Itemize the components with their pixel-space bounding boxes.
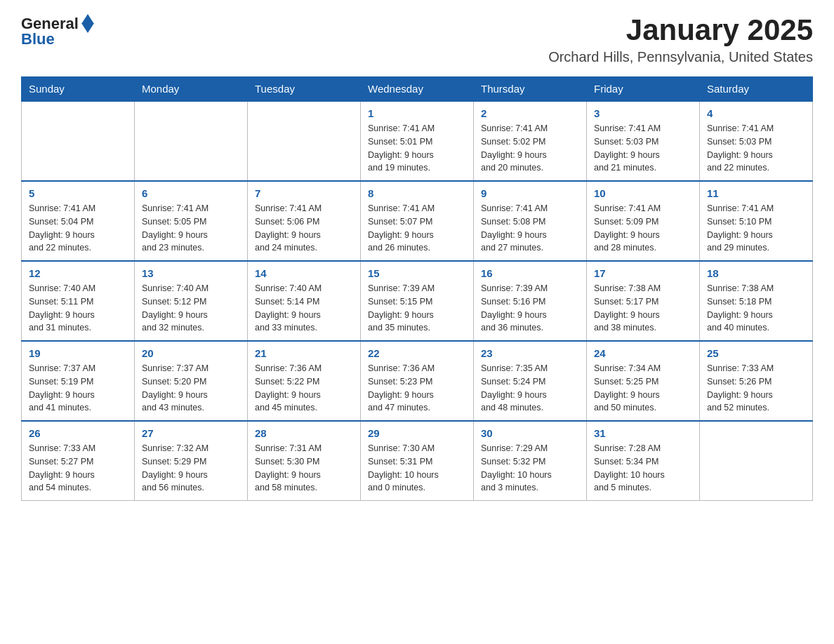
calendar-week-row: 26Sunrise: 7:33 AMSunset: 5:27 PMDayligh… xyxy=(22,421,813,501)
day-number: 15 xyxy=(368,267,466,279)
day-info: Sunrise: 7:37 AMSunset: 5:19 PMDaylight:… xyxy=(29,362,127,415)
calendar-week-row: 1Sunrise: 7:41 AMSunset: 5:01 PMDaylight… xyxy=(22,101,813,181)
day-info: Sunrise: 7:40 AMSunset: 5:12 PMDaylight:… xyxy=(142,282,240,335)
calendar-cell: 11Sunrise: 7:41 AMSunset: 5:10 PMDayligh… xyxy=(700,181,813,261)
day-number: 10 xyxy=(594,187,692,199)
calendar-cell: 22Sunrise: 7:36 AMSunset: 5:23 PMDayligh… xyxy=(361,341,474,421)
month-title: January 2025 xyxy=(548,14,813,46)
day-header-thursday: Thursday xyxy=(474,77,587,102)
logo-blue-text: Blue xyxy=(21,30,55,48)
day-info: Sunrise: 7:39 AMSunset: 5:15 PMDaylight:… xyxy=(368,282,466,335)
calendar-cell: 24Sunrise: 7:34 AMSunset: 5:25 PMDayligh… xyxy=(587,341,700,421)
calendar-cell: 4Sunrise: 7:41 AMSunset: 5:03 PMDaylight… xyxy=(700,101,813,181)
day-number: 2 xyxy=(481,107,579,119)
day-number: 18 xyxy=(707,267,805,279)
calendar-cell: 15Sunrise: 7:39 AMSunset: 5:15 PMDayligh… xyxy=(361,261,474,341)
calendar-cell: 14Sunrise: 7:40 AMSunset: 5:14 PMDayligh… xyxy=(248,261,361,341)
calendar-cell: 30Sunrise: 7:29 AMSunset: 5:32 PMDayligh… xyxy=(474,421,587,501)
calendar-cell: 17Sunrise: 7:38 AMSunset: 5:17 PMDayligh… xyxy=(587,261,700,341)
day-number: 28 xyxy=(255,427,353,439)
calendar-week-row: 5Sunrise: 7:41 AMSunset: 5:04 PMDaylight… xyxy=(22,181,813,261)
calendar-cell: 26Sunrise: 7:33 AMSunset: 5:27 PMDayligh… xyxy=(22,421,135,501)
day-number: 24 xyxy=(594,347,692,359)
day-info: Sunrise: 7:38 AMSunset: 5:18 PMDaylight:… xyxy=(707,282,805,335)
day-info: Sunrise: 7:34 AMSunset: 5:25 PMDaylight:… xyxy=(594,362,692,415)
day-number: 6 xyxy=(142,187,240,199)
day-info: Sunrise: 7:33 AMSunset: 5:27 PMDaylight:… xyxy=(29,442,127,495)
calendar-table: SundayMondayTuesdayWednesdayThursdayFrid… xyxy=(21,76,813,501)
day-info: Sunrise: 7:31 AMSunset: 5:30 PMDaylight:… xyxy=(255,442,353,495)
day-info: Sunrise: 7:30 AMSunset: 5:31 PMDaylight:… xyxy=(368,442,466,495)
calendar-cell: 16Sunrise: 7:39 AMSunset: 5:16 PMDayligh… xyxy=(474,261,587,341)
title-area: January 2025 Orchard Hills, Pennsylvania… xyxy=(548,14,813,65)
day-info: Sunrise: 7:39 AMSunset: 5:16 PMDaylight:… xyxy=(481,282,579,335)
day-number: 23 xyxy=(481,347,579,359)
day-info: Sunrise: 7:29 AMSunset: 5:32 PMDaylight:… xyxy=(481,442,579,495)
day-number: 14 xyxy=(255,267,353,279)
calendar-cell: 28Sunrise: 7:31 AMSunset: 5:30 PMDayligh… xyxy=(248,421,361,501)
calendar-header-row: SundayMondayTuesdayWednesdayThursdayFrid… xyxy=(22,77,813,102)
day-number: 17 xyxy=(594,267,692,279)
day-info: Sunrise: 7:37 AMSunset: 5:20 PMDaylight:… xyxy=(142,362,240,415)
day-info: Sunrise: 7:41 AMSunset: 5:07 PMDaylight:… xyxy=(368,202,466,255)
calendar-cell: 9Sunrise: 7:41 AMSunset: 5:08 PMDaylight… xyxy=(474,181,587,261)
logo: General Blue xyxy=(21,14,94,48)
calendar-cell xyxy=(248,101,361,181)
calendar-body: 1Sunrise: 7:41 AMSunset: 5:01 PMDaylight… xyxy=(22,101,813,501)
day-info: Sunrise: 7:41 AMSunset: 5:03 PMDaylight:… xyxy=(594,122,692,175)
day-number: 26 xyxy=(29,427,127,439)
day-header-friday: Friday xyxy=(587,77,700,102)
day-info: Sunrise: 7:40 AMSunset: 5:11 PMDaylight:… xyxy=(29,282,127,335)
day-number: 1 xyxy=(368,107,466,119)
day-number: 27 xyxy=(142,427,240,439)
calendar-cell: 6Sunrise: 7:41 AMSunset: 5:05 PMDaylight… xyxy=(135,181,248,261)
day-number: 11 xyxy=(707,187,805,199)
day-info: Sunrise: 7:33 AMSunset: 5:26 PMDaylight:… xyxy=(707,362,805,415)
day-number: 31 xyxy=(594,427,692,439)
calendar-cell xyxy=(22,101,135,181)
calendar-cell: 5Sunrise: 7:41 AMSunset: 5:04 PMDaylight… xyxy=(22,181,135,261)
day-number: 12 xyxy=(29,267,127,279)
day-number: 13 xyxy=(142,267,240,279)
calendar-cell: 21Sunrise: 7:36 AMSunset: 5:22 PMDayligh… xyxy=(248,341,361,421)
calendar-cell: 25Sunrise: 7:33 AMSunset: 5:26 PMDayligh… xyxy=(700,341,813,421)
day-info: Sunrise: 7:40 AMSunset: 5:14 PMDaylight:… xyxy=(255,282,353,335)
calendar-cell: 10Sunrise: 7:41 AMSunset: 5:09 PMDayligh… xyxy=(587,181,700,261)
day-info: Sunrise: 7:41 AMSunset: 5:08 PMDaylight:… xyxy=(481,202,579,255)
calendar-cell: 31Sunrise: 7:28 AMSunset: 5:34 PMDayligh… xyxy=(587,421,700,501)
day-number: 20 xyxy=(142,347,240,359)
day-number: 5 xyxy=(29,187,127,199)
day-number: 4 xyxy=(707,107,805,119)
calendar-cell: 12Sunrise: 7:40 AMSunset: 5:11 PMDayligh… xyxy=(22,261,135,341)
calendar-week-row: 19Sunrise: 7:37 AMSunset: 5:19 PMDayligh… xyxy=(22,341,813,421)
day-number: 9 xyxy=(481,187,579,199)
day-info: Sunrise: 7:28 AMSunset: 5:34 PMDaylight:… xyxy=(594,442,692,495)
day-number: 7 xyxy=(255,187,353,199)
calendar-cell: 7Sunrise: 7:41 AMSunset: 5:06 PMDaylight… xyxy=(248,181,361,261)
day-header-saturday: Saturday xyxy=(700,77,813,102)
day-number: 30 xyxy=(481,427,579,439)
day-info: Sunrise: 7:36 AMSunset: 5:23 PMDaylight:… xyxy=(368,362,466,415)
calendar-cell: 3Sunrise: 7:41 AMSunset: 5:03 PMDaylight… xyxy=(587,101,700,181)
day-header-sunday: Sunday xyxy=(22,77,135,102)
calendar-cell: 19Sunrise: 7:37 AMSunset: 5:19 PMDayligh… xyxy=(22,341,135,421)
day-info: Sunrise: 7:41 AMSunset: 5:05 PMDaylight:… xyxy=(142,202,240,255)
day-info: Sunrise: 7:35 AMSunset: 5:24 PMDaylight:… xyxy=(481,362,579,415)
day-info: Sunrise: 7:41 AMSunset: 5:09 PMDaylight:… xyxy=(594,202,692,255)
calendar-cell xyxy=(700,421,813,501)
calendar-cell: 27Sunrise: 7:32 AMSunset: 5:29 PMDayligh… xyxy=(135,421,248,501)
day-info: Sunrise: 7:41 AMSunset: 5:10 PMDaylight:… xyxy=(707,202,805,255)
day-number: 29 xyxy=(368,427,466,439)
day-number: 21 xyxy=(255,347,353,359)
page-header: General Blue January 2025 Orchard Hills,… xyxy=(21,14,813,65)
day-number: 3 xyxy=(594,107,692,119)
day-number: 16 xyxy=(481,267,579,279)
day-info: Sunrise: 7:41 AMSunset: 5:03 PMDaylight:… xyxy=(707,122,805,175)
day-number: 25 xyxy=(707,347,805,359)
calendar-cell: 20Sunrise: 7:37 AMSunset: 5:20 PMDayligh… xyxy=(135,341,248,421)
calendar-cell: 23Sunrise: 7:35 AMSunset: 5:24 PMDayligh… xyxy=(474,341,587,421)
day-number: 8 xyxy=(368,187,466,199)
day-header-monday: Monday xyxy=(135,77,248,102)
day-header-wednesday: Wednesday xyxy=(361,77,474,102)
calendar-cell: 18Sunrise: 7:38 AMSunset: 5:18 PMDayligh… xyxy=(700,261,813,341)
